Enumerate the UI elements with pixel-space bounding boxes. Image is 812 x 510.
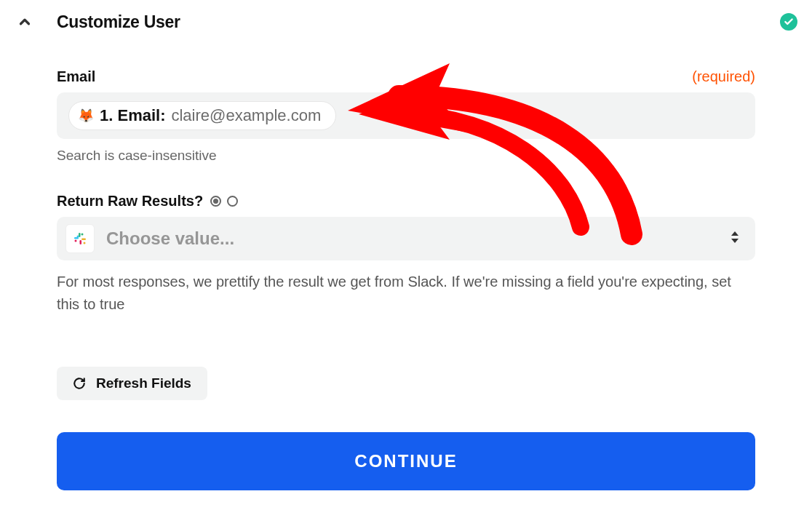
collapse-chevron-up-icon[interactable]	[15, 12, 35, 32]
svg-rect-2	[81, 239, 86, 241]
section-title: Customize User	[57, 12, 180, 32]
pill-value: claire@example.com	[171, 106, 321, 125]
svg-marker-9	[731, 239, 739, 243]
svg-point-4	[75, 240, 77, 242]
svg-rect-3	[80, 240, 82, 244]
slack-icon	[65, 224, 95, 253]
continue-button-label: CONTINUE	[354, 451, 457, 471]
refresh-icon	[73, 377, 86, 390]
pill-prefix: 1. Email:	[100, 106, 165, 125]
radio-option-2[interactable]	[227, 196, 238, 207]
refresh-fields-button[interactable]: Refresh Fields	[57, 367, 207, 400]
app-source-icon: 🦊	[78, 109, 94, 122]
raw-results-radio-group	[210, 196, 238, 207]
refresh-button-label: Refresh Fields	[96, 375, 191, 391]
radio-option-1[interactable]	[210, 196, 221, 207]
raw-results-label: Return Raw Results?	[57, 193, 203, 210]
email-field-label: Email	[57, 68, 95, 85]
raw-results-select[interactable]: Choose value...	[57, 217, 755, 260]
continue-button[interactable]: CONTINUE	[57, 432, 755, 490]
email-mapped-pill[interactable]: 🦊 1. Email: claire@example.com	[68, 101, 336, 130]
email-helper-text: Search is case-insensitive	[57, 148, 755, 164]
select-placeholder: Choose value...	[106, 228, 234, 249]
svg-point-5	[81, 234, 84, 236]
svg-marker-8	[731, 231, 739, 236]
required-label: (required)	[692, 68, 755, 85]
email-input[interactable]: 🦊 1. Email: claire@example.com	[57, 92, 755, 139]
raw-results-description: For most responses, we prettify the resu…	[57, 271, 755, 316]
svg-point-7	[77, 236, 79, 238]
select-caret-icon	[729, 229, 741, 248]
svg-point-6	[84, 242, 86, 244]
success-check-icon	[780, 13, 797, 31]
